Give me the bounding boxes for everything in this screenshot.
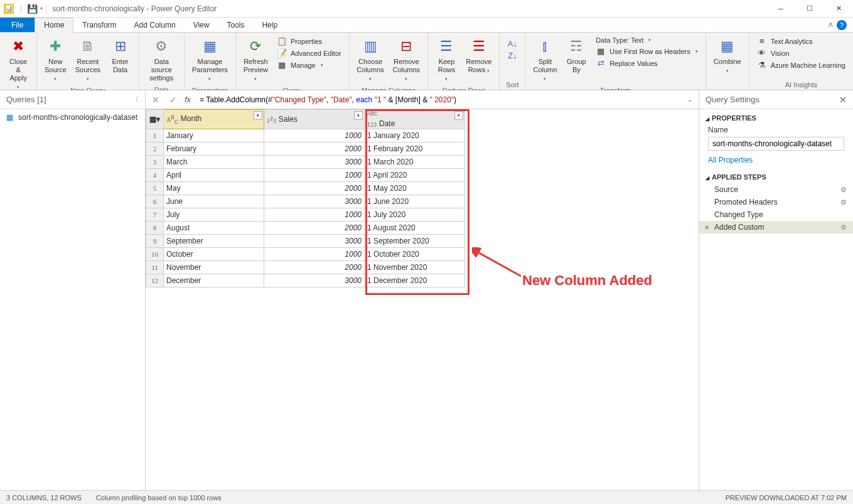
azure-ml-button[interactable]: ⚗Azure Machine Learning [753,59,849,71]
replace-values-button[interactable]: ⇄Replace Values [592,57,701,69]
table-row[interactable]: 2February20001 February 2020 [146,142,465,156]
data-type-button[interactable]: Data Type: Text▾ [592,35,701,45]
cell-date[interactable]: 1 March 2020 [365,156,465,169]
tab-home[interactable]: Home [35,18,73,33]
combine-button[interactable]: ▦Combine▾ [710,34,745,77]
all-properties-link[interactable]: All Properties [699,152,853,168]
applied-step[interactable]: ✕Added Custom⚙ [699,221,853,233]
tab-add-column[interactable]: Add Column [126,18,185,32]
minimize-button[interactable]: ─ [766,0,795,18]
cell-month[interactable]: July [164,208,264,222]
cell-month[interactable]: June [164,195,264,208]
cell-sales[interactable]: 3000 [264,235,365,248]
step-gear-icon[interactable]: ⚙ [840,186,847,194]
enter-data-button[interactable]: ⊞Enter Data [106,34,135,77]
cell-date[interactable]: 1 July 2020 [365,208,465,222]
cell-sales[interactable]: 1000 [264,169,365,182]
cell-month[interactable]: April [164,169,264,182]
sort-desc-button[interactable]: Z↓ [503,50,521,62]
row-number[interactable]: 7 [146,208,164,222]
table-row[interactable]: 10October10001 October 2020 [146,248,465,261]
cell-date[interactable]: 1 September 2020 [365,235,465,248]
row-number[interactable]: 4 [146,169,164,182]
properties-section-header[interactable]: ◢PROPERTIES [699,109,853,124]
cell-sales[interactable]: 2000 [264,142,365,156]
cell-date[interactable]: 1 February 2020 [365,142,465,156]
cell-sales[interactable]: 2000 [264,182,365,195]
properties-button[interactable]: 📋Properties [273,35,345,47]
cell-month[interactable]: September [164,235,264,248]
cell-month[interactable]: November [164,261,264,274]
cell-sales[interactable]: 3000 [264,156,365,169]
recent-sources-button[interactable]: 🗎Recent Sources ▾ [71,34,104,85]
manage-button[interactable]: ▦Manage▾ [273,59,345,71]
cell-month[interactable]: May [164,182,264,195]
row-number[interactable]: 3 [146,156,164,169]
column-dropdown-icon[interactable]: ▾ [254,111,262,120]
sort-asc-button[interactable]: A↓ [503,38,521,50]
table-row[interactable]: 6June30001 June 2020 [146,195,465,208]
row-number[interactable]: 6 [146,195,164,208]
query-name-input[interactable] [708,137,844,151]
expand-formula-icon[interactable]: ⌄ [685,96,695,103]
keep-rows-button[interactable]: ☰Keep Rows ▾ [432,34,461,85]
grid-corner[interactable]: ▦▾ [146,110,164,129]
accept-formula-icon[interactable]: ✓ [167,95,180,105]
applied-step[interactable]: Source⚙ [699,183,853,196]
column-dropdown-icon[interactable]: ▾ [354,111,363,120]
column-header-sales[interactable]: 123Sales▾ [264,110,365,129]
cancel-formula-icon[interactable]: ✕ [149,95,162,105]
tab-file[interactable]: File [0,18,35,32]
save-icon[interactable]: 💾 [27,4,38,14]
cell-sales[interactable]: 1000 [264,248,365,261]
cell-sales[interactable]: 3000 [264,195,365,208]
row-number[interactable]: 9 [146,235,164,248]
cell-date[interactable]: 1 November 2020 [365,261,465,274]
cell-month[interactable]: February [164,142,264,156]
cell-month[interactable]: December [164,274,264,287]
remove-rows-button[interactable]: ☰Remove Rows ▾ [462,34,495,77]
table-row[interactable]: 9September30001 September 2020 [146,235,465,248]
group-by-button[interactable]: ☶Group By [562,34,591,77]
tab-transform[interactable]: Transform [73,18,125,32]
cell-date[interactable]: 1 April 2020 [365,169,465,182]
tab-tools[interactable]: Tools [218,18,253,32]
column-header-month[interactable]: ABCMonth▾ [164,110,264,129]
manage-parameters-button[interactable]: ▦Manage Parameters ▾ [188,34,232,85]
cell-sales[interactable]: 2000 [264,222,365,235]
cell-date[interactable]: 1 October 2020 [365,248,465,261]
cell-sales[interactable]: 3000 [264,274,365,287]
cell-month[interactable]: October [164,248,264,261]
row-number[interactable]: 10 [146,248,164,261]
cell-month[interactable]: March [164,156,264,169]
column-dropdown-icon[interactable]: ▾ [454,111,463,120]
new-source-button[interactable]: ✚New Source ▾ [41,34,70,85]
remove-columns-button[interactable]: ⊟Remove Columns ▾ [389,34,424,85]
cell-date[interactable]: 1 May 2020 [365,182,465,195]
table-row[interactable]: 11November20001 November 2020 [146,261,465,274]
cell-month[interactable]: August [164,222,264,235]
row-number[interactable]: 12 [146,274,164,287]
cell-sales[interactable]: 1000 [264,208,365,222]
maximize-button[interactable]: ☐ [795,0,824,18]
applied-step[interactable]: Promoted Headers⚙ [699,196,853,208]
first-row-headers-button[interactable]: ▦Use First Row as Headers▾ [592,45,701,57]
step-gear-icon[interactable]: ⚙ [840,223,847,232]
step-gear-icon[interactable]: ⚙ [840,198,847,206]
cell-date[interactable]: 1 December 2020 [365,274,465,287]
applied-step[interactable]: Changed Type [699,208,853,221]
choose-columns-button[interactable]: ▥Choose Columns ▾ [353,34,388,85]
tab-help[interactable]: Help [253,18,286,32]
row-number[interactable]: 5 [146,182,164,195]
vision-button[interactable]: 👁Vision [753,47,849,59]
table-row[interactable]: 8August20001 August 2020 [146,222,465,235]
refresh-preview-button[interactable]: ⟳Refresh Preview ▾ [240,34,272,85]
row-number[interactable]: 1 [146,129,164,142]
row-number[interactable]: 11 [146,261,164,274]
data-source-settings-button[interactable]: ⚙Data source settings [143,34,180,85]
formula-input[interactable]: = Table.AddColumn(#"Changed Type", "Date… [196,94,680,105]
row-number[interactable]: 2 [146,142,164,156]
row-number[interactable]: 8 [146,222,164,235]
help-icon[interactable]: ? [837,20,847,30]
split-column-button[interactable]: ⫿Split Column ▾ [529,34,561,85]
